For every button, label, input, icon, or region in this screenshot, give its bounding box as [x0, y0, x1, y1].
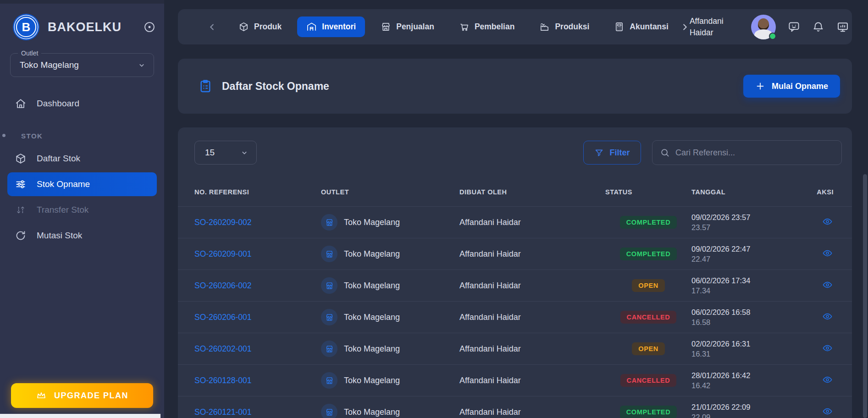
nav-scroll-right-button[interactable] [680, 22, 690, 32]
bottom-strip [0, 414, 160, 418]
reference-link[interactable]: SO-260206-002 [194, 281, 252, 290]
user-avatar[interactable] [751, 15, 776, 39]
sidebar-item-label: Daftar Stok [37, 154, 80, 164]
section-dot [2, 134, 6, 137]
sidebar-item-label: Transfer Stok [37, 205, 88, 215]
chat-smiley-icon [788, 21, 800, 33]
nav-tab-label: Akuntansi [630, 22, 669, 32]
created-by-cell: Affandani Haidar [459, 313, 605, 322]
reference-link[interactable]: SO-260202-001 [194, 344, 252, 353]
created-by-cell: Affandani Haidar [459, 344, 605, 354]
reference-link[interactable]: SO-260121-001 [194, 407, 252, 417]
status-badge: OPEN [632, 279, 665, 292]
nav-scroll-left-button[interactable] [207, 22, 217, 32]
table-body: SO-260209-002 Toko Magelang Affandani Ha… [178, 206, 852, 418]
view-button[interactable] [822, 406, 833, 417]
sidebar-item-label: Dashboard [37, 99, 79, 109]
table-card: 15 Filter NO. REFERENSIOUTLETDIBUAT OLEH… [178, 127, 852, 418]
nav-tab-akuntansi[interactable]: Akuntansi [605, 16, 678, 37]
store-icon [381, 22, 391, 32]
column-header: DIBUAT OLEH [459, 188, 605, 196]
page-title: Daftar Stock Opname [222, 80, 329, 93]
brand: B BAKOELKU [0, 0, 164, 40]
factory-icon [539, 22, 550, 32]
brand-logo-icon: B [13, 14, 39, 40]
outlet-cell: Toko Magelang [344, 249, 400, 259]
scrollbar-thumb[interactable] [863, 174, 867, 418]
sidebar-item-daftar-stok[interactable]: Daftar Stok [7, 147, 157, 170]
main-content: Produk Inventori Penjualan Pembelian Pro… [164, 0, 868, 418]
cube-icon [15, 153, 27, 165]
view-button[interactable] [822, 280, 833, 290]
display-stats-button[interactable] [836, 21, 849, 33]
created-by-cell: Affandani Haidar [459, 249, 605, 259]
search-box [652, 140, 842, 165]
sidebar-item-stok-opname[interactable]: Stok Opname [7, 172, 157, 196]
user-zone: Affandani Haidar [690, 15, 849, 39]
sidebar-item-label: Stok Opname [37, 179, 90, 189]
refresh-icon [15, 230, 27, 242]
sidebar-item-label: Mutasi Stok [37, 231, 82, 241]
upgrade-plan-button[interactable]: UPGRADE PLAN [11, 383, 153, 408]
search-icon [660, 148, 670, 158]
view-button[interactable] [822, 248, 833, 258]
outlet-cell: Toko Magelang [344, 281, 400, 291]
store-icon [321, 372, 337, 389]
created-by-cell: Affandani Haidar [459, 281, 605, 291]
created-by-cell: Affandani Haidar [459, 376, 605, 385]
online-status-dot [769, 33, 776, 40]
feedback-button[interactable] [788, 21, 800, 33]
table-row: SO-260202-001 Toko Magelang Affandani Ha… [178, 333, 852, 364]
status-badge: COMPLETED [620, 216, 677, 229]
view-button[interactable] [822, 374, 833, 385]
nav-tab-label: Pembelian [475, 22, 515, 32]
outlet-select[interactable]: Outlet Toko Magelang [10, 53, 154, 77]
date-cell: 06/02/2026 17:3417.34 [691, 275, 815, 296]
outlet-label: Outlet [18, 50, 41, 57]
outlet-cell: Toko Magelang [344, 218, 400, 227]
table-row: SO-260206-002 Toko Magelang Affandani Ha… [178, 270, 852, 301]
view-button[interactable] [822, 343, 833, 353]
warehouse-icon [306, 22, 317, 32]
eye-icon [822, 248, 833, 258]
reference-link[interactable]: SO-260209-001 [194, 249, 252, 258]
date-cell: 06/02/2026 16:5816.58 [691, 307, 815, 327]
table-controls: 15 Filter [178, 127, 852, 165]
page-size-select[interactable]: 15 [194, 141, 257, 165]
nav-tab-produk[interactable]: Produk [229, 16, 291, 37]
mulai-opname-button[interactable]: Mulai Opname [743, 75, 840, 98]
table-row: SO-260128-001 Toko Magelang Affandani Ha… [178, 364, 852, 396]
mulai-opname-label: Mulai Opname [772, 82, 828, 91]
notifications-button[interactable] [812, 21, 824, 33]
funnel-icon [594, 148, 604, 158]
reference-link[interactable]: SO-260209-002 [194, 218, 252, 227]
sidebar-collapse-button[interactable] [143, 21, 156, 33]
status-badge: COMPLETED [620, 248, 677, 260]
eye-icon [822, 343, 833, 353]
home-icon [15, 98, 27, 110]
sidebar-item-mutasi-stok[interactable]: Mutasi Stok [7, 224, 157, 248]
search-input[interactable] [675, 148, 835, 158]
reference-link[interactable]: SO-260206-001 [194, 313, 252, 322]
nav-tab-label: Penjualan [396, 22, 434, 32]
eye-icon [822, 311, 833, 322]
table-row: SO-260121-001 Toko Magelang Affandani Ha… [178, 396, 852, 418]
nav-tab-penjualan[interactable]: Penjualan [371, 16, 443, 37]
sidebar-item-transfer-stok[interactable]: Transfer Stok [7, 198, 157, 222]
nav-tab-produksi[interactable]: Produksi [530, 16, 598, 37]
nav-tab-inventori[interactable]: Inventori [297, 16, 365, 37]
view-button[interactable] [822, 311, 833, 322]
filter-button[interactable]: Filter [583, 141, 641, 165]
nav-tab-label: Inventori [322, 22, 356, 32]
date-cell: 21/01/2026 22:0922.09 [691, 402, 815, 418]
reference-link[interactable]: SO-260128-001 [194, 376, 252, 385]
sidebar-item-dashboard[interactable]: Dashboard [7, 92, 157, 116]
eye-icon [822, 216, 833, 227]
view-button[interactable] [822, 216, 833, 227]
plus-icon [755, 81, 765, 91]
monitor-stats-icon [836, 21, 849, 33]
calculator-icon [614, 22, 625, 32]
crown-icon [36, 390, 47, 401]
nav-tab-pembelian[interactable]: Pembelian [450, 16, 524, 37]
table-row: SO-260209-001 Toko Magelang Affandani Ha… [178, 238, 852, 270]
